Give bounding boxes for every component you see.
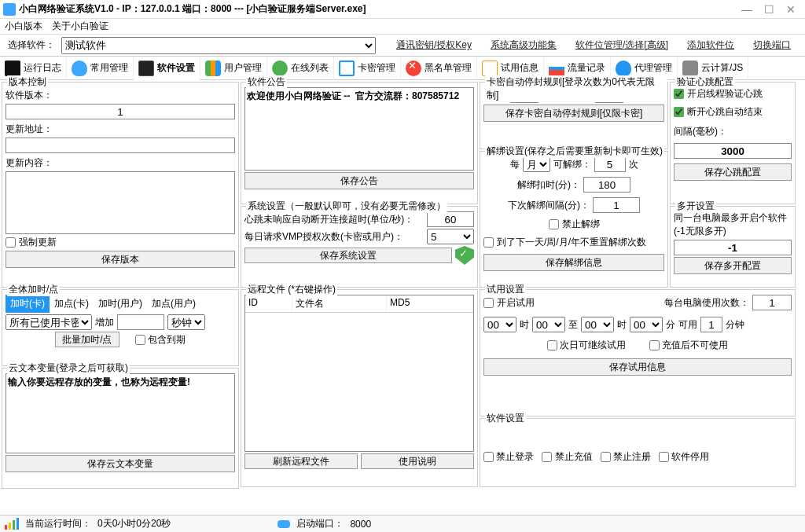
chk-noreg[interactable] (601, 452, 611, 462)
col-md5: MD5 (387, 295, 473, 312)
port-value: 8000 (350, 519, 371, 530)
input-multiopen[interactable] (674, 240, 792, 255)
btn-switch-port[interactable]: 切换端口 (747, 35, 797, 55)
panel-announce: 软件公告 欢迎使用小白网络验证 -- 官方交流群：807585712 保存公告 (241, 82, 478, 204)
label-update-url: 更新地址： (6, 123, 235, 136)
selector-label: 选择软件： (8, 39, 55, 52)
multiopen-desc: 同一台电脑最多开启个软件(-1无限多开) (674, 211, 792, 238)
chk-norecharge-use[interactable] (649, 340, 660, 350)
input-heartbeat-timeout[interactable] (427, 211, 474, 227)
select-h1[interactable]: 00 (483, 317, 516, 332)
select-time-unit[interactable]: 秒钟 (167, 314, 205, 330)
shield-icon (455, 246, 474, 265)
titlebar: 小白网络验证系统V1.0 - IP：127.0.0.1 端口：8000 --- … (0, 0, 805, 19)
runtime-value: 0天0小时0分20秒 (97, 517, 171, 530)
btn-add-slot[interactable]: 添加软件位 (681, 35, 741, 55)
select-m2[interactable]: 00 (630, 317, 663, 332)
btn-refresh-remote[interactable]: 刷新远程文件 (244, 453, 358, 469)
chk-stop[interactable] (659, 452, 669, 462)
btn-commkey[interactable]: 通讯密钥/授权Key (390, 35, 478, 55)
chk-nextday-continue[interactable] (547, 340, 557, 350)
panel-remote-file: 远程文件 (*右键操作) ID 文件名 MD5 刷新远程文件 使用说明 (241, 289, 478, 487)
software-select[interactable]: 测试软件 (61, 37, 376, 54)
input-update-content[interactable] (6, 171, 235, 234)
input-unbind-interval[interactable] (593, 197, 640, 213)
label-software-version: 软件版本： (6, 89, 235, 102)
chk-include-expired[interactable] (135, 335, 145, 345)
tab-card[interactable]: 卡密管理 (334, 57, 401, 80)
input-announce[interactable]: 欢迎使用小白网络验证 -- 官方交流群：807585712 (244, 87, 474, 171)
pill-addpoint-user[interactable]: 加点(用户) (147, 295, 200, 313)
pill-addtime-user[interactable]: 加时(用户) (94, 295, 147, 313)
tab-software[interactable]: 软件设置 (134, 57, 200, 80)
input-trial-min[interactable] (700, 317, 722, 332)
input-heartbeat-interval[interactable] (674, 143, 792, 159)
btn-advanced[interactable]: 系统高级功能集 (484, 35, 563, 55)
chk-norecharge[interactable] (542, 452, 552, 462)
runtime-label: 当前运行时间： (25, 517, 91, 530)
btn-save-trial[interactable]: 保存试用信息 (483, 358, 792, 376)
chk-nologin[interactable] (483, 452, 494, 462)
panel-autoblock: 卡密自动停封规则[登录次数为0代表无限制] 小时内登录 次 保存卡密自动停封规则… (480, 82, 668, 149)
btn-save-multiopen[interactable]: 保存多开配置 (674, 257, 792, 274)
select-m1[interactable]: 00 (532, 317, 565, 332)
btn-remote-help[interactable]: 使用说明 (361, 453, 474, 469)
btn-save-unbind[interactable]: 保存解绑信息 (483, 254, 664, 271)
panel-software-setting: 软件设置 禁止登录 禁止充值 禁止注册 软件停用 (480, 418, 796, 487)
close-button[interactable]: ✕ (780, 3, 802, 16)
content-area: 版本控制 软件版本： 更新地址： 更新内容： 强制更新 保存版本 全体加时/点 … (0, 80, 805, 512)
users-icon (205, 61, 221, 76)
monitor-icon (138, 61, 154, 76)
share-icon (272, 61, 288, 76)
selector-row: 选择软件： 测试软件 通讯密钥/授权Key 系统高级功能集 软件位管理/选择[高… (0, 35, 805, 57)
terminal-icon (5, 61, 20, 76)
input-cloud-variable[interactable]: 输入你要远程存放的变量，也称为远程变量! (6, 373, 235, 453)
menubar: 小白版本 关于小白验证 (0, 19, 805, 35)
panel-global-time: 全体加时/点 加时(卡) 加点(卡) 加时(用户) 加点(用户) 所有已使用卡密… (2, 289, 239, 366)
panel-system-setting: 系统设置（一般默认即可，没有必要无需修改） 心跳未响应自动断开连接超时(单位/秒… (241, 206, 478, 288)
btn-save-system[interactable]: 保存系统设置 (244, 248, 452, 263)
port-icon (278, 520, 290, 528)
input-software-version[interactable] (6, 104, 235, 119)
cloud-icon (72, 61, 87, 76)
input-unbind-times[interactable] (594, 156, 626, 172)
btn-save-cloud-var[interactable]: 保存云文本变量 (6, 455, 235, 472)
chk-forbid-unbind[interactable] (549, 219, 559, 229)
remote-file-table[interactable]: ID 文件名 MD5 (244, 295, 474, 452)
input-trial-perpc[interactable] (752, 295, 792, 310)
select-vmp-count[interactable]: 5 (427, 229, 474, 244)
statusbar: 当前运行时间： 0天0小时0分20秒 启动端口： 8000 (0, 515, 805, 532)
chk-end-on-disconnect[interactable] (674, 107, 684, 117)
panel-cloud-variable: 云文本变量(登录之后可获取) 输入你要远程存放的变量，也称为远程变量! 保存云文… (2, 368, 239, 489)
btn-save-announce[interactable]: 保存公告 (244, 172, 474, 189)
maximize-button[interactable]: ☐ (758, 3, 780, 16)
panel-version-control: 版本控制 软件版本： 更新地址： 更新内容： 强制更新 保存版本 (2, 82, 239, 288)
pill-addpoint-card[interactable]: 加点(卡) (50, 295, 94, 313)
select-card-scope[interactable]: 所有已使用卡密 (6, 314, 92, 330)
chk-open-heartbeat[interactable] (674, 89, 684, 99)
app-logo (3, 3, 16, 16)
tab-common[interactable]: 常用管理 (67, 57, 134, 80)
btn-save-version[interactable]: 保存版本 (6, 251, 235, 268)
minimize-button[interactable]: — (736, 3, 758, 16)
chk-enable-trial[interactable] (483, 298, 494, 308)
btn-save-autoblock[interactable]: 保存卡密自动停封规则[仅限卡密] (483, 105, 664, 122)
btn-save-heartbeat[interactable]: 保存心跳配置 (674, 163, 792, 181)
input-unbind-deduct[interactable] (583, 177, 630, 193)
select-h2[interactable]: 00 (581, 317, 614, 332)
chk-noreset-unbind[interactable] (483, 237, 494, 248)
menu-version[interactable]: 小白版本 (5, 20, 42, 33)
pill-addtime-card[interactable]: 加时(卡) (6, 295, 50, 313)
input-update-url[interactable] (6, 138, 235, 153)
btn-batch-addtime[interactable]: 批量加时/点 (55, 332, 119, 347)
col-id: ID (245, 295, 292, 312)
panel-unbind: 解绑设置(保存之后需要重新制卡即可生效) 每 月 可解绑： 次 解绑扣时(分)：… (480, 151, 668, 288)
select-unbind-period[interactable]: 月 (523, 156, 550, 172)
menu-about[interactable]: 关于小白验证 (52, 20, 108, 33)
btn-slot-mgr[interactable]: 软件位管理/选择[高级] (569, 35, 675, 55)
input-add-amount[interactable] (117, 314, 164, 330)
tab-blacklist[interactable]: 黑名单管理 (401, 57, 477, 80)
chk-force-update[interactable] (6, 237, 16, 248)
ban-icon (406, 61, 421, 76)
chart-icon (549, 61, 564, 76)
